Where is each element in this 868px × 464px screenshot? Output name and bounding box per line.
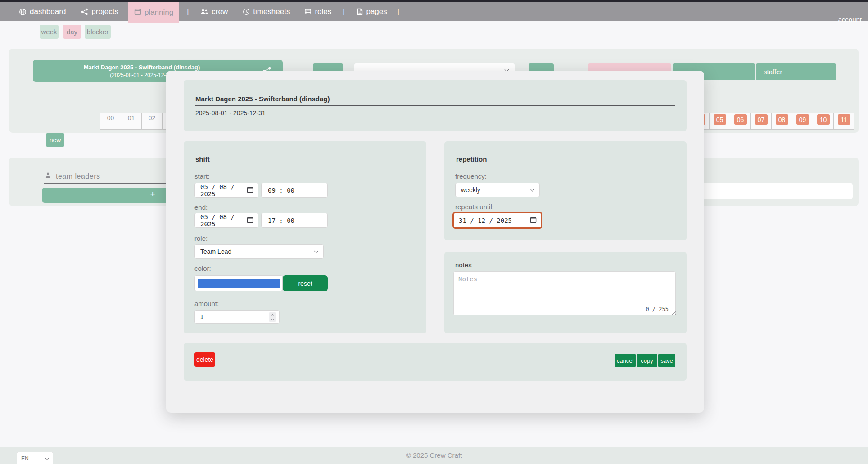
hour-cell[interactable]: 00 [100,113,121,130]
language-select[interactable]: EN [17,452,53,464]
calendar-icon [134,8,141,18]
notes-heading: notes [455,261,472,269]
start-date-input[interactable]: 05 / 08 / 2025 [194,183,258,198]
shift-rule [195,164,415,164]
app: dashboard projects planning | crew times… [0,0,868,464]
nav-item-roles[interactable]: roles [304,7,331,16]
frequency-label: frequency: [455,172,487,180]
copyright-text: © 2025 Crew Craft [0,447,868,464]
hour-chip: 09 [796,114,809,125]
hour-chip: 05 [714,114,726,125]
delete-button[interactable]: delete [194,352,215,367]
nav-separator: | [187,8,189,16]
end-label: end: [194,203,208,211]
frequency-select[interactable]: weekly [455,183,540,197]
users-icon [200,8,208,15]
reset-color-button[interactable]: reset [283,275,328,291]
hour-cell[interactable]: 05 [709,113,730,130]
amount-input[interactable]: 1 [194,310,280,324]
copy-button[interactable]: copy [637,354,657,367]
character-counter: 0 / 255 [646,306,669,312]
hour-chip: 07 [755,114,768,125]
view-button-blocker[interactable]: blocker [85,25,111,39]
person-icon [44,171,52,181]
frequency-value: weekly [461,186,480,194]
table-list-icon [304,8,312,15]
nav-label: roles [315,7,331,16]
nav-separator: | [398,8,399,16]
nav-label: planning [145,8,173,17]
start-time-input[interactable]: 09 : 00 [261,183,328,198]
end-time-input[interactable]: 17 : 00 [261,213,328,228]
nav-separator: | [343,8,344,16]
nav-item-dashboard[interactable]: dashboard [19,7,66,16]
repeats-until-value: 31 / 12 / 2025 [459,217,512,224]
calendar-icon[interactable] [247,186,253,194]
nav-item-crew[interactable]: crew [200,7,228,16]
main-navbar: dashboard projects planning | crew times… [0,2,868,21]
hour-cell[interactable]: 02 [141,113,163,130]
modal-title-rule [195,105,675,106]
hour-cell[interactable]: 06 [730,113,751,130]
hour-cell[interactable]: 08 [771,113,792,130]
chevron-down-icon [45,455,50,460]
hour-cell[interactable]: 09 [792,113,813,130]
footer: © 2025 Crew Craft EN [0,447,868,464]
view-button-week[interactable]: week [40,25,59,39]
nav-label: dashboard [30,7,66,16]
event-title: Markt Dagen 2025 - Swifterband (dinsdag) [33,64,251,71]
cancel-button[interactable]: cancel [615,354,636,367]
hour-cell[interactable]: 10 [813,113,834,130]
lane-label: staffer [764,68,782,76]
nav-item-projects[interactable]: projects [81,7,118,16]
hour-cell[interactable]: 07 [750,113,772,130]
color-picker-input[interactable] [194,275,283,291]
end-date-input[interactable]: 05 / 08 / 2025 [194,213,258,228]
role-value: Team Lead [200,248,231,255]
account-link[interactable]: account [838,16,862,23]
end-date-value: 05 / 08 / 2025 [200,213,247,228]
shift-heading: shift [195,155,210,163]
globe-icon [19,8,27,16]
lane-header-staffer[interactable]: staffer [756,63,836,80]
color-swatch [198,279,280,288]
nav-item-pages[interactable]: pages [357,7,387,16]
nav-label: crew [212,7,228,16]
view-button-day[interactable]: day [63,25,81,39]
hour-cell[interactable]: 01 [121,113,142,130]
language-value: EN [21,455,29,462]
start-date-value: 05 / 08 / 2025 [200,183,247,198]
modal-header-panel: Markt Dagen 2025 - Swifterband (dinsdag)… [184,80,687,131]
chevron-down-icon [530,187,535,191]
hour-cell[interactable]: 11 [833,113,854,130]
color-label: color: [194,265,211,272]
team-leaders-title: team leaders [56,172,100,180]
notes-panel: notes 0 / 255 [444,252,687,333]
number-stepper[interactable] [269,312,276,322]
repetition-panel: repetition frequency: weekly repeats unt… [444,141,687,240]
repetition-rule [456,164,675,164]
chevron-down-icon [271,317,274,320]
start-label: start: [194,172,209,180]
file-icon [357,8,363,15]
modal-title: Markt Dagen 2025 - Swifterband (dinsdag) [195,95,330,103]
nav-item-timesheets[interactable]: timesheets [243,7,290,16]
hour-header-row-right: 04 05 06 07 08 09 10 11 [688,113,854,130]
nav-item-planning-active[interactable]: planning [128,2,179,23]
shift-panel: shift start: 05 / 08 / 2025 09 : 00 end:… [184,141,426,333]
plus-icon: + [148,189,157,199]
role-select[interactable]: Team Lead [194,244,324,259]
hour-chip: 06 [734,114,747,125]
role-label: role: [194,234,208,242]
notes-textarea[interactable] [453,271,676,315]
repetition-heading: repetition [456,155,487,163]
calendar-icon[interactable] [530,216,537,225]
hour-chip: 08 [776,114,788,125]
share-nodes-icon [81,8,88,15]
hour-chip: 11 [838,114,850,125]
start-time-value: 09 : 00 [268,187,294,194]
repeats-until-date-input-focused[interactable]: 31 / 12 / 2025 [452,212,542,229]
calendar-icon[interactable] [247,216,253,225]
new-button[interactable]: new [46,133,64,147]
save-button[interactable]: save [658,354,675,367]
